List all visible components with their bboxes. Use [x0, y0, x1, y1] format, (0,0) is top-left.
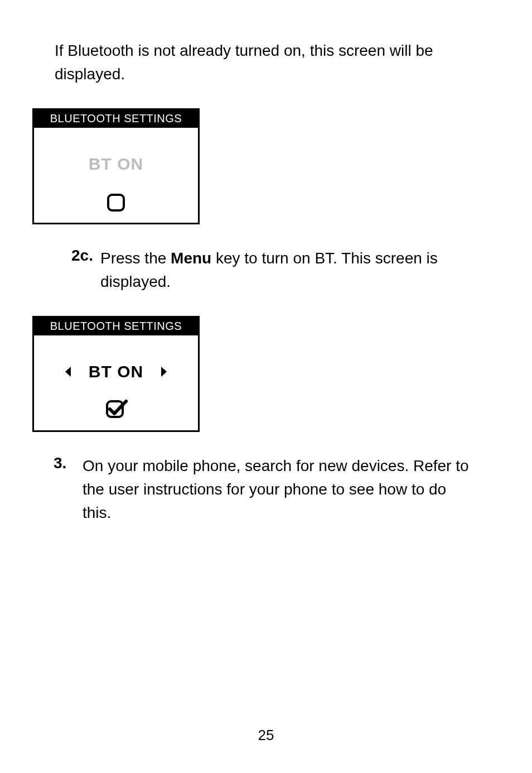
svg-marker-1 — [65, 367, 71, 377]
checkbox-checked-icon — [34, 398, 198, 424]
svg-rect-0 — [108, 195, 124, 210]
screen-body: BT ON — [34, 335, 198, 430]
bt-on-label-inactive: BT ON — [34, 155, 198, 174]
screen-header: BLUETOOTH SETTINGS — [34, 318, 198, 335]
bt-on-label-active: BT ON — [89, 362, 143, 381]
arrow-right-icon — [160, 366, 168, 378]
svg-marker-2 — [161, 367, 167, 377]
arrow-left-icon — [64, 366, 72, 378]
intro-paragraph: If Bluetooth is not already turned on, t… — [55, 39, 477, 86]
screen-header: BLUETOOTH SETTINGS — [34, 110, 198, 128]
step-number: 3. — [54, 454, 83, 525]
step-2c: 2c. Press the Menu key to turn on BT. Th… — [71, 247, 477, 294]
device-screen-bt-off: BLUETOOTH SETTINGS BT ON — [32, 108, 200, 224]
screen-body: BT ON — [34, 128, 198, 223]
checkbox-unchecked-icon — [34, 193, 198, 216]
step-text: Press the Menu key to turn on BT. This s… — [100, 247, 477, 294]
step-text: On your mobile phone, search for new dev… — [83, 454, 477, 525]
step-text-bold: Menu — [171, 249, 211, 267]
device-screen-bt-on: BLUETOOTH SETTINGS BT ON — [32, 316, 200, 432]
step-text-pre: Press the — [100, 249, 171, 267]
step-number: 2c. — [71, 247, 100, 294]
page-number: 25 — [0, 727, 532, 744]
step-3: 3. On your mobile phone, search for new … — [54, 454, 477, 525]
